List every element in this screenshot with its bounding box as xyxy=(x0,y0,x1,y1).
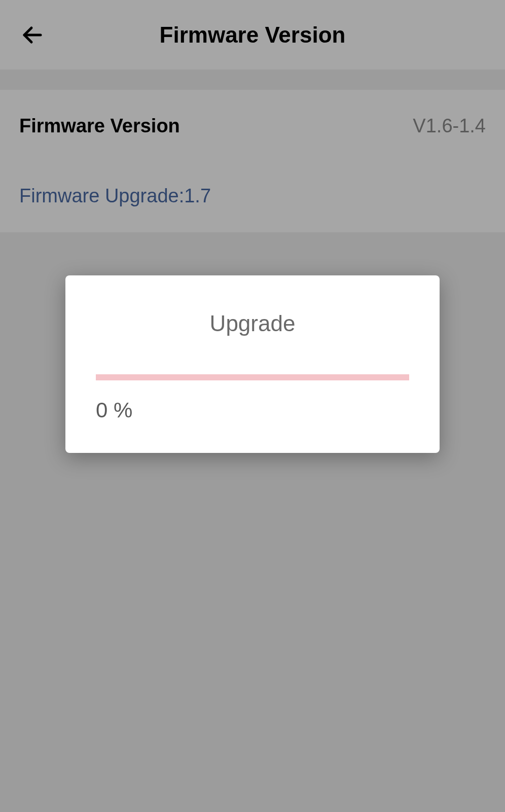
modal-title: Upgrade xyxy=(96,311,409,336)
progress-bar xyxy=(96,374,409,380)
upgrade-modal: Upgrade 0 % xyxy=(65,275,440,453)
progress-percentage: 0 % xyxy=(96,398,409,422)
modal-overlay[interactable]: Upgrade 0 % xyxy=(0,0,505,812)
